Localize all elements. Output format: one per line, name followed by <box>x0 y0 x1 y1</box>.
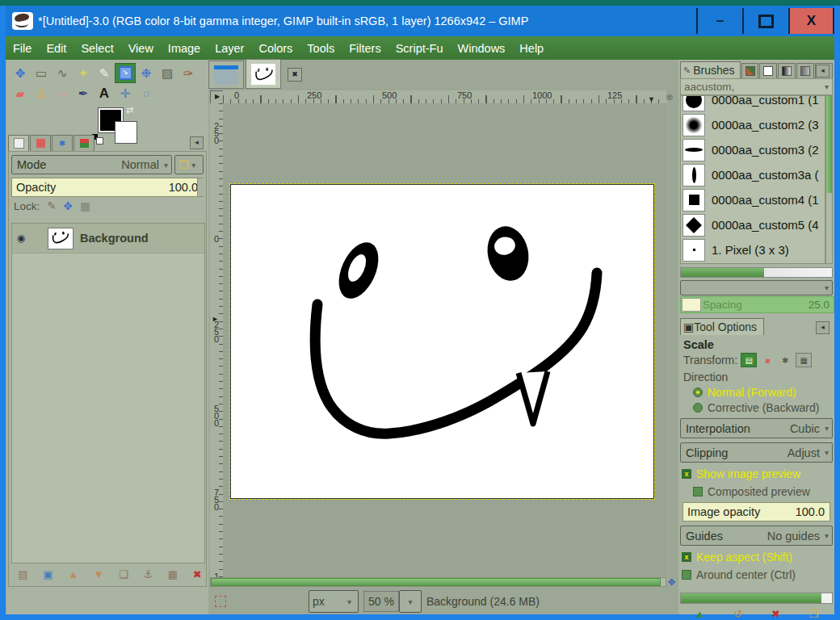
horizontal-ruler[interactable]: 0 250 500 750 1000 125 ▼ <box>223 90 666 104</box>
opacity-slider[interactable]: Opacity 100.0 <box>11 178 204 197</box>
menu-image[interactable]: Image <box>161 42 208 55</box>
brushes-tab[interactable]: ✎ Brushes <box>680 61 741 78</box>
menu-edit[interactable]: Edit <box>39 42 74 55</box>
brush-item[interactable]: 0000aa_custom1 (1 <box>681 95 825 112</box>
channels-tab[interactable] <box>30 135 51 151</box>
vertical-ruler[interactable]: 250 0 250 500 750 1000 ► <box>210 103 224 577</box>
scroll-thumb[interactable] <box>826 96 832 193</box>
reset-options-button[interactable]: ❒ <box>808 608 818 620</box>
composited-preview-checkbox[interactable]: Composited preview <box>693 485 833 498</box>
spacing-slider[interactable]: Spacing 25.0 <box>680 296 834 313</box>
layers-tab[interactable] <box>8 135 29 151</box>
smudge-tool-button[interactable]: 〰 <box>52 83 73 103</box>
canvas-viewport[interactable] <box>223 103 666 577</box>
new-layer-button[interactable]: ▤ <box>18 568 27 580</box>
lock-pixels-icon[interactable]: ✎ <box>47 199 56 212</box>
brush-filter-input[interactable]: aacustom, ▾ <box>680 78 833 95</box>
clipping-dropdown[interactable]: Clipping Adjust ▾ <box>680 442 833 463</box>
dock-collapse-button[interactable]: ◂ <box>190 136 204 149</box>
delete-layer-button[interactable]: ✖ <box>193 568 202 580</box>
lower-layer-button[interactable]: ▼ <box>94 568 104 580</box>
brush-item[interactable]: 0000aa_custom5 (4 <box>681 212 825 237</box>
restore-options-button[interactable]: ↺ <box>733 608 742 620</box>
brush-item[interactable]: 0000aa_custom3 (2 <box>681 137 825 162</box>
rectangle-select-tool-button[interactable]: ▭ <box>31 63 52 83</box>
brush-item[interactable]: 1. Pixel (3 x 3) <box>681 237 825 262</box>
paths-tool-button[interactable]: ✒ <box>73 83 94 103</box>
white-brush-tab[interactable] <box>759 63 777 78</box>
text-tool-button[interactable]: A <box>94 83 115 103</box>
menu-filters[interactable]: Filters <box>342 42 388 55</box>
menu-scriptfu[interactable]: Script-Fu <box>388 42 451 55</box>
transform-image-button[interactable]: ▦ <box>796 353 812 367</box>
menu-tools[interactable]: Tools <box>300 42 342 55</box>
scale-tool-button[interactable]: ↘ <box>115 63 136 83</box>
brush-scale-bar[interactable] <box>680 267 833 278</box>
menu-help[interactable]: Help <box>512 42 551 55</box>
interpolation-dropdown[interactable]: Interpolation Cubic ▾ <box>680 418 833 438</box>
image-canvas[interactable] <box>230 184 654 499</box>
brushes-collapse-button[interactable]: ◂ <box>816 65 830 78</box>
h-scroll-thumb[interactable] <box>211 578 661 586</box>
duplicate-layer-button[interactable]: ❏ <box>119 568 128 580</box>
minimize-button[interactable]: – <box>696 8 742 34</box>
paintbrush-tool-button[interactable]: ✑ <box>178 63 199 83</box>
mode-switch-button[interactable]: ❒ ▾ <box>174 155 204 174</box>
anchor-layer-button[interactable]: ⚓ <box>144 568 153 580</box>
menu-select[interactable]: Select <box>74 42 120 55</box>
patterns-tab[interactable] <box>741 63 759 78</box>
raise-layer-button[interactable]: ▲ <box>68 568 78 580</box>
tool-options-tab[interactable]: ▣ Tool Options <box>680 318 764 335</box>
transform-selection-button[interactable]: ■ <box>760 354 775 367</box>
zoom-tool-button[interactable]: ○ <box>136 83 157 103</box>
brush-item[interactable]: 0000aa_custom3a ( <box>681 162 825 187</box>
navigation-button[interactable]: ✥ <box>668 577 678 587</box>
brush-list-scrollbar[interactable] <box>825 95 833 264</box>
image-tab-1[interactable] <box>208 61 244 89</box>
save-options-button[interactable]: ▲ <box>695 608 705 620</box>
keep-aspect-checkbox[interactable]: x Keep aspect (Shift) <box>682 551 833 563</box>
visibility-eye-icon[interactable]: ◉ <box>12 232 30 244</box>
zoom-follow-icon[interactable]: ◎ <box>666 90 676 103</box>
show-image-preview-checkbox[interactable]: x Show image preview <box>682 467 833 480</box>
maximize-button[interactable] <box>742 8 788 34</box>
close-button[interactable]: X <box>788 8 834 34</box>
direction-normal-option[interactable]: Normal (Forward) <box>693 386 833 399</box>
direction-corrective-option[interactable]: Corrective (Backward) <box>693 401 833 414</box>
merge-layer-button[interactable]: ▦ <box>168 568 178 580</box>
gradients-tab[interactable] <box>778 63 796 78</box>
menu-colors[interactable]: Colors <box>251 42 300 55</box>
delete-options-button[interactable]: ✖ <box>771 608 780 620</box>
unit-dropdown[interactable]: px ▾ <box>309 590 359 613</box>
quick-mask-toggle[interactable] <box>215 596 226 607</box>
eraser-tool-button[interactable]: ▰ <box>10 83 31 103</box>
close-image-button[interactable]: ✖ <box>288 68 302 82</box>
menu-windows[interactable]: Windows <box>451 42 513 55</box>
color-picker-tool-button[interactable]: ✛ <box>115 83 136 103</box>
transform-layer-button[interactable]: ▤ <box>741 353 757 367</box>
horizontal-scrollbar[interactable] <box>210 577 666 587</box>
titlebar[interactable]: *[Untitled]-3.0 (RGB color 8-bit gamma i… <box>6 6 834 36</box>
images-tab[interactable] <box>74 135 94 151</box>
new-group-button[interactable]: ▣ <box>43 568 52 580</box>
guides-dropdown[interactable]: Guides No guides ▾ <box>680 526 833 546</box>
brush-item[interactable]: 0000aa_custom4 (1 <box>681 187 825 212</box>
menu-file[interactable]: File <box>6 42 39 55</box>
zoom-value-box[interactable]: 50 % <box>363 591 399 612</box>
around-center-checkbox[interactable]: Around center (Ctrl) <box>682 568 833 581</box>
image-tab-2-active[interactable] <box>246 59 281 89</box>
move-tool-button[interactable]: ✥ <box>10 63 31 83</box>
layer-mode-dropdown[interactable]: Mode Normal ▾ <box>11 155 172 174</box>
lock-alpha-icon[interactable]: ▦ <box>80 199 90 212</box>
fuzzy-select-tool-button[interactable]: ✦ <box>73 63 94 83</box>
airbrush-tool-button[interactable]: ✎ <box>94 63 115 83</box>
opacity-spinner[interactable] <box>197 178 204 196</box>
menu-layer[interactable]: Layer <box>208 42 251 55</box>
free-select-tool-button[interactable]: ∿ <box>52 63 73 83</box>
layer-name[interactable]: Background <box>80 232 149 245</box>
image-opacity-slider[interactable]: Image opacity 100.0 <box>682 502 830 522</box>
palettes-tab[interactable] <box>796 63 814 78</box>
clone-tool-button[interactable]: ♙ <box>31 83 52 103</box>
zoom-dropdown[interactable]: ▾ <box>399 590 422 613</box>
menu-view[interactable]: View <box>121 42 161 55</box>
